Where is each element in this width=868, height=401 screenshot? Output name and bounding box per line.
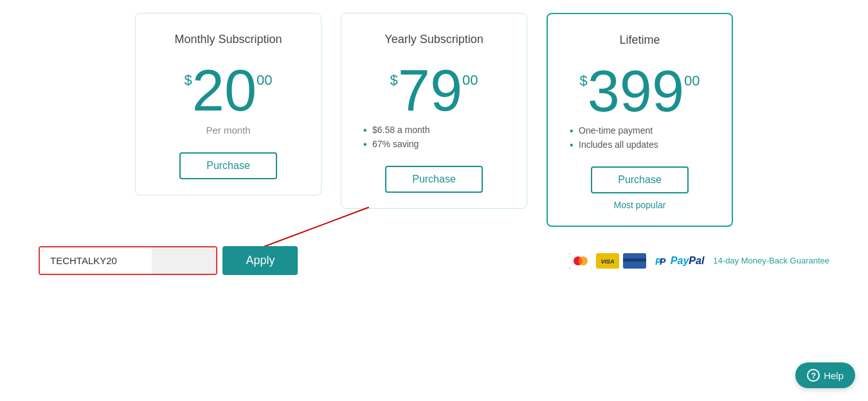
monthly-currency: $	[185, 72, 192, 89]
most-popular-label: Most popular	[563, 200, 716, 210]
lifetime-price-cents: 00	[684, 73, 700, 89]
bottom-section: Apply VISA	[39, 246, 829, 275]
payment-section: VISA P P PayPal	[569, 253, 829, 269]
paypal-badge: P P PayPal	[655, 254, 704, 267]
lifetime-currency: $	[580, 73, 588, 89]
yearly-currency: $	[390, 72, 398, 89]
help-icon: ?	[807, 369, 820, 382]
yearly-price-container: $ 79 00	[357, 62, 511, 120]
lifetime-purchase-button[interactable]: Purchase	[591, 166, 689, 193]
help-label: Help	[824, 370, 844, 381]
visa-icon: VISA	[596, 253, 619, 269]
monthly-title: Monthly Subscription	[151, 33, 305, 46]
lifetime-price-container: $ 399 00	[563, 62, 716, 120]
coupon-input[interactable]	[40, 247, 149, 274]
main-container: Monthly Subscription $ 20 00 Per month P…	[0, 0, 868, 301]
coupon-area: Apply	[39, 246, 298, 275]
yearly-price-cents: 00	[462, 72, 478, 89]
lifetime-feature-1: One-time payment	[570, 125, 710, 136]
yearly-feature-1: $6.58 a month	[363, 125, 505, 135]
svg-text:VISA: VISA	[601, 258, 614, 265]
svg-rect-8	[623, 258, 646, 262]
monthly-price-container: $ 20 00	[151, 62, 305, 120]
paypal-text: PayPal	[671, 255, 704, 267]
svg-text:P: P	[660, 256, 666, 267]
yearly-price-main: 79	[398, 62, 462, 120]
plan-card-lifetime: Lifetime $ 399 00 One-time payment Inclu…	[547, 13, 733, 227]
guarantee-text: 14-day Money-Back Guarantee	[713, 256, 829, 265]
lifetime-features: One-time payment Includes all updates	[563, 125, 716, 150]
yearly-purchase-button[interactable]: Purchase	[385, 166, 483, 193]
monthly-period: Per month	[151, 125, 305, 136]
monthly-purchase-button[interactable]: Purchase	[179, 152, 277, 179]
yearly-feature-2: 67% saving	[363, 139, 505, 149]
payment-icons: VISA	[569, 253, 646, 269]
plan-card-monthly: Monthly Subscription $ 20 00 Per month P…	[135, 13, 321, 195]
plan-card-yearly: Yearly Subscription $ 79 00 $6.58 a mont…	[341, 13, 527, 209]
generic-card-icon	[623, 253, 646, 269]
help-button[interactable]: ? Help	[795, 362, 855, 388]
yearly-title: Yearly Subscription	[357, 33, 511, 46]
coupon-extra-input[interactable]	[152, 247, 216, 274]
coupon-input-wrapper	[39, 246, 217, 275]
monthly-price-main: 20	[192, 62, 257, 120]
paypal-logo-icon: P P	[655, 254, 668, 267]
yearly-features: $6.58 a month 67% saving	[357, 125, 511, 149]
monthly-price-cents: 00	[257, 72, 272, 89]
plans-row: Monthly Subscription $ 20 00 Per month P…	[39, 13, 829, 227]
lifetime-feature-2: Includes all updates	[570, 139, 710, 150]
lifetime-title: Lifetime	[563, 33, 716, 47]
lifetime-price-main: 399	[588, 62, 684, 120]
apply-button[interactable]: Apply	[222, 246, 298, 275]
mastercard-icon	[569, 253, 592, 269]
